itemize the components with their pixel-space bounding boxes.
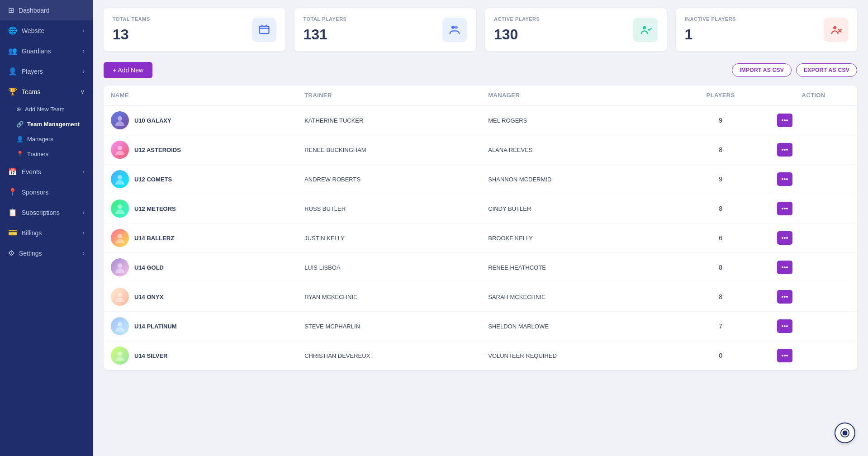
sidebar-item-billings[interactable]: 💳 Billings ›: [0, 223, 93, 243]
players-count-cell: 8: [671, 135, 770, 165]
action-menu-button[interactable]: •••: [777, 172, 792, 186]
team-cell: U12 METEORS: [111, 200, 290, 218]
trainer-name: RUSS BUTLER: [304, 205, 346, 212]
sidebar-item-teams[interactable]: 🏆 Teams ∨: [0, 81, 93, 102]
table-row: U12 ASTEROIDS RENEE BUCKINGHAM ALANA REE…: [104, 135, 857, 165]
avatar-icon: [114, 173, 126, 185]
stat-value: 13: [113, 26, 150, 43]
sidebar-sub-item-trainers[interactable]: 📍 Trainers: [0, 147, 93, 162]
sidebar-item-label: Settings: [19, 250, 42, 257]
action-menu-button[interactable]: •••: [777, 290, 792, 304]
table-header-row: Name Trainer Manager Players Action: [104, 86, 857, 105]
sidebar-item-subscriptions[interactable]: 📋 Subscriptions ›: [0, 202, 93, 223]
action-menu-button[interactable]: •••: [777, 319, 792, 333]
svg-point-7: [118, 116, 122, 121]
sidebar-item-label: Players: [22, 68, 43, 75]
trainer-cell: JUSTIN KELLY: [297, 223, 481, 253]
guardians-icon: 👥: [8, 47, 17, 55]
table-row: U14 SILVER CHRISTIAN DEVEREUX VOLUNTEER …: [104, 341, 857, 370]
team-avatar: [111, 111, 129, 129]
players-count: 8: [719, 264, 722, 271]
manager-name: CINDY BUTLER: [488, 205, 531, 212]
team-name-cell: U14 GOLD: [104, 253, 297, 282]
chevron-right-icon: ›: [83, 48, 85, 54]
manager-icon: 👤: [16, 136, 24, 142]
chevron-right-icon: ›: [83, 169, 85, 175]
sidebar-item-guardians[interactable]: 👥 Guardians ›: [0, 41, 93, 61]
chevron-down-icon: ∨: [81, 89, 85, 95]
action-menu-button[interactable]: •••: [777, 261, 792, 274]
trainer-cell: ANDREW ROBERTS: [297, 165, 481, 194]
trainer-name: STEVE MCPHARLIN: [304, 323, 360, 330]
action-menu-button[interactable]: •••: [777, 231, 792, 245]
team-avatar: [111, 229, 129, 247]
import-csv-button[interactable]: IMPORT AS CSV: [732, 63, 792, 77]
manager-name: SHELDON MARLOWE: [488, 323, 549, 330]
sidebar-item-website[interactable]: 🌐 Website ›: [0, 20, 93, 41]
players-count: 9: [719, 176, 722, 183]
sidebar-item-settings[interactable]: ⚙ Settings ›: [0, 243, 93, 263]
svg-point-10: [118, 204, 122, 209]
subscriptions-icon: 📋: [8, 208, 17, 217]
avatar-icon: [114, 261, 126, 274]
sidebar-item-dashboard[interactable]: ⊞ Dashboard: [0, 0, 93, 20]
dashboard-icon: ⊞: [8, 6, 14, 14]
sidebar-item-events[interactable]: 📅 Events ›: [0, 162, 93, 182]
svg-rect-0: [259, 26, 269, 33]
team-cell: U14 SILVER: [111, 347, 290, 365]
sidebar-sub-item-add-new-team[interactable]: ⊕ Add New Team: [0, 102, 93, 117]
chevron-right-icon: ›: [83, 230, 85, 236]
action-cell: •••: [770, 194, 857, 223]
website-icon: 🌐: [8, 26, 17, 35]
stat-value: 131: [304, 26, 347, 43]
svg-point-17: [843, 431, 848, 436]
action-menu-button[interactable]: •••: [777, 143, 792, 157]
trainer-cell: LUIS LISBOA: [297, 253, 481, 282]
table-body: U10 GALAXY KATHERINE TUCKER MEL ROGERS 9…: [104, 105, 857, 370]
stat-left: INACTIVE PLAYERS 1: [685, 16, 736, 43]
avatar-icon: [114, 290, 126, 303]
action-cell: •••: [770, 341, 857, 370]
trainer-cell: RENEE BUCKINGHAM: [297, 135, 481, 165]
add-new-button[interactable]: + Add New: [104, 62, 152, 78]
export-csv-button[interactable]: EXPORT AS CSV: [796, 63, 857, 77]
team-name: U14 GOLD: [134, 264, 164, 271]
team-name-cell: U12 COMETS: [104, 165, 297, 194]
players-count-cell: 6: [671, 223, 770, 253]
settings-icon: ⚙: [8, 249, 14, 257]
team-name-cell: U14 PLATINUM: [104, 312, 297, 341]
sidebar-sub-item-team-management[interactable]: 🔗 Team Management: [0, 117, 93, 132]
action-menu-button[interactable]: •••: [777, 202, 792, 215]
action-menu-button[interactable]: •••: [777, 114, 792, 127]
players-count: 7: [719, 323, 722, 330]
col-manager: Manager: [481, 86, 671, 105]
trainer-name: KATHERINE TUCKER: [304, 117, 363, 124]
svg-point-15: [118, 352, 122, 356]
chat-bubble-button[interactable]: [835, 423, 855, 443]
manager-name: SHANNON MCDERMID: [488, 176, 551, 183]
team-avatar: [111, 170, 129, 188]
svg-rect-2: [266, 24, 266, 27]
trainer-cell: CHRISTIAN DEVEREUX: [297, 341, 481, 370]
sidebar-item-sponsors[interactable]: 📍 Sponsors: [0, 182, 93, 202]
svg-point-13: [118, 293, 122, 297]
sidebar-sub-item-managers[interactable]: 👤 Managers: [0, 132, 93, 147]
manager-name: SARAH MCKECHNIE: [488, 294, 545, 300]
action-cell: •••: [770, 165, 857, 194]
col-name: Name: [104, 86, 297, 105]
table-row: U14 PLATINUM STEVE MCPHARLIN SHELDON MAR…: [104, 312, 857, 341]
team-name-cell: U12 METEORS: [104, 194, 297, 223]
sidebar-item-players[interactable]: 👤 Players ›: [0, 61, 93, 81]
stat-card-total-players: TOTAL PLAYERS 131: [294, 8, 476, 51]
trainer-name: JUSTIN KELLY: [304, 235, 345, 242]
stat-left: TOTAL TEAMS 13: [113, 16, 150, 43]
add-icon: ⊕: [16, 106, 21, 113]
team-cell: U14 PLATINUM: [111, 317, 290, 335]
stat-label: TOTAL PLAYERS: [304, 16, 347, 22]
stat-icon-box: [633, 18, 658, 42]
chevron-right-icon: ›: [83, 68, 85, 75]
action-menu-button[interactable]: •••: [777, 349, 792, 362]
action-cell: •••: [770, 135, 857, 165]
sidebar-item-label: Events: [22, 168, 41, 176]
manager-name: RENEE HEATHCOTE: [488, 264, 546, 271]
